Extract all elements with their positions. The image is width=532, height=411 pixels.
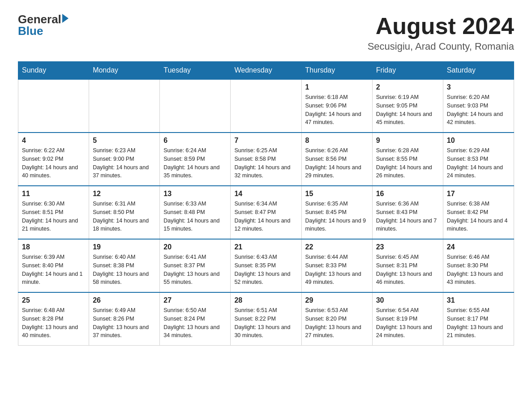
day-detail: Sunrise: 6:46 AMSunset: 8:30 PMDaylight:… [447, 253, 510, 287]
day-number: 24 [447, 243, 510, 251]
page-header: General Blue August 2024 Secusigiu, Arad… [18, 13, 514, 52]
day-detail: Sunrise: 6:55 AMSunset: 8:17 PMDaylight:… [447, 306, 510, 340]
day-detail: Sunrise: 6:29 AMSunset: 8:53 PMDaylight:… [447, 146, 510, 180]
day-number: 16 [376, 190, 439, 198]
col-saturday: Saturday [443, 62, 514, 80]
calendar-cell: 19Sunrise: 6:40 AMSunset: 8:38 PMDayligh… [89, 239, 160, 292]
col-friday: Friday [372, 62, 443, 80]
calendar-cell: 11Sunrise: 6:30 AMSunset: 8:51 PMDayligh… [18, 186, 89, 239]
calendar-week-row: 25Sunrise: 6:48 AMSunset: 8:28 PMDayligh… [18, 292, 514, 346]
day-number: 12 [93, 190, 156, 198]
calendar-week-row: 4Sunrise: 6:22 AMSunset: 9:02 PMDaylight… [18, 133, 514, 186]
calendar-cell: 31Sunrise: 6:55 AMSunset: 8:17 PMDayligh… [443, 292, 514, 346]
calendar-cell: 4Sunrise: 6:22 AMSunset: 9:02 PMDaylight… [18, 133, 89, 186]
calendar-cell: 22Sunrise: 6:44 AMSunset: 8:33 PMDayligh… [301, 239, 372, 292]
day-number: 17 [447, 190, 510, 198]
day-number: 5 [93, 137, 156, 145]
day-number: 6 [163, 137, 227, 145]
calendar-header-row: Sunday Monday Tuesday Wednesday Thursday… [18, 62, 514, 80]
calendar-cell: 2Sunrise: 6:19 AMSunset: 9:05 PMDaylight… [372, 79, 443, 133]
col-monday: Monday [89, 62, 160, 80]
day-detail: Sunrise: 6:35 AMSunset: 8:45 PMDaylight:… [305, 200, 369, 233]
day-number: 30 [376, 296, 439, 304]
col-sunday: Sunday [18, 62, 89, 80]
day-detail: Sunrise: 6:53 AMSunset: 8:20 PMDaylight:… [305, 306, 369, 340]
day-detail: Sunrise: 6:51 AMSunset: 8:22 PMDaylight:… [234, 306, 297, 340]
calendar-cell: 26Sunrise: 6:49 AMSunset: 8:26 PMDayligh… [89, 292, 160, 346]
calendar-week-row: 11Sunrise: 6:30 AMSunset: 8:51 PMDayligh… [18, 186, 514, 239]
day-detail: Sunrise: 6:26 AMSunset: 8:56 PMDaylight:… [305, 146, 369, 180]
day-number: 15 [305, 190, 369, 198]
day-number: 19 [93, 243, 156, 251]
calendar-cell: 1Sunrise: 6:18 AMSunset: 9:06 PMDaylight… [301, 79, 372, 133]
day-number: 25 [22, 296, 85, 304]
day-detail: Sunrise: 6:25 AMSunset: 8:58 PMDaylight:… [234, 146, 297, 180]
day-number: 7 [234, 137, 297, 145]
day-detail: Sunrise: 6:19 AMSunset: 9:05 PMDaylight:… [376, 93, 439, 127]
calendar-cell [231, 79, 301, 133]
calendar-cell: 6Sunrise: 6:24 AMSunset: 8:59 PMDaylight… [160, 133, 231, 186]
calendar-cell [89, 79, 160, 133]
day-number: 29 [305, 296, 369, 304]
logo: General Blue [18, 13, 69, 37]
day-detail: Sunrise: 6:49 AMSunset: 8:26 PMDaylight:… [93, 306, 156, 340]
logo-blue-text: Blue [18, 25, 43, 37]
calendar-cell: 3Sunrise: 6:20 AMSunset: 9:03 PMDaylight… [443, 79, 514, 133]
col-tuesday: Tuesday [160, 62, 231, 80]
day-number: 22 [305, 243, 369, 251]
calendar-cell: 7Sunrise: 6:25 AMSunset: 8:58 PMDaylight… [231, 133, 301, 186]
col-thursday: Thursday [301, 62, 372, 80]
calendar-cell: 15Sunrise: 6:35 AMSunset: 8:45 PMDayligh… [301, 186, 372, 239]
calendar-week-row: 1Sunrise: 6:18 AMSunset: 9:06 PMDaylight… [18, 79, 514, 133]
day-detail: Sunrise: 6:38 AMSunset: 8:42 PMDaylight:… [447, 200, 510, 233]
day-number: 11 [22, 190, 85, 198]
calendar-cell: 16Sunrise: 6:36 AMSunset: 8:43 PMDayligh… [372, 186, 443, 239]
calendar-cell [18, 79, 89, 133]
day-number: 31 [447, 296, 510, 304]
day-number: 26 [93, 296, 156, 304]
day-number: 23 [376, 243, 439, 251]
day-number: 2 [376, 83, 439, 91]
calendar-cell: 28Sunrise: 6:51 AMSunset: 8:22 PMDayligh… [231, 292, 301, 346]
calendar-week-row: 18Sunrise: 6:39 AMSunset: 8:40 PMDayligh… [18, 239, 514, 292]
day-detail: Sunrise: 6:41 AMSunset: 8:37 PMDaylight:… [163, 253, 227, 287]
calendar-cell: 20Sunrise: 6:41 AMSunset: 8:37 PMDayligh… [160, 239, 231, 292]
day-detail: Sunrise: 6:45 AMSunset: 8:31 PMDaylight:… [376, 253, 439, 287]
day-detail: Sunrise: 6:24 AMSunset: 8:59 PMDaylight:… [163, 146, 227, 180]
day-number: 10 [447, 137, 510, 145]
calendar-cell: 25Sunrise: 6:48 AMSunset: 8:28 PMDayligh… [18, 292, 89, 346]
calendar-cell: 14Sunrise: 6:34 AMSunset: 8:47 PMDayligh… [231, 186, 301, 239]
calendar-cell: 8Sunrise: 6:26 AMSunset: 8:56 PMDaylight… [301, 133, 372, 186]
day-detail: Sunrise: 6:39 AMSunset: 8:40 PMDaylight:… [22, 253, 85, 287]
day-number: 14 [234, 190, 297, 198]
day-number: 28 [234, 296, 297, 304]
day-number: 9 [376, 137, 439, 145]
day-number: 27 [163, 296, 227, 304]
title-block: August 2024 Secusigiu, Arad County, Roma… [368, 13, 514, 52]
calendar-cell: 23Sunrise: 6:45 AMSunset: 8:31 PMDayligh… [372, 239, 443, 292]
day-number: 20 [163, 243, 227, 251]
calendar-cell: 29Sunrise: 6:53 AMSunset: 8:20 PMDayligh… [301, 292, 372, 346]
calendar-cell: 9Sunrise: 6:28 AMSunset: 8:55 PMDaylight… [372, 133, 443, 186]
day-detail: Sunrise: 6:50 AMSunset: 8:24 PMDaylight:… [163, 306, 227, 340]
calendar-cell: 21Sunrise: 6:43 AMSunset: 8:35 PMDayligh… [231, 239, 301, 292]
calendar-cell: 5Sunrise: 6:23 AMSunset: 9:00 PMDaylight… [89, 133, 160, 186]
day-detail: Sunrise: 6:33 AMSunset: 8:48 PMDaylight:… [163, 200, 227, 233]
day-detail: Sunrise: 6:43 AMSunset: 8:35 PMDaylight:… [234, 253, 297, 287]
calendar-cell: 27Sunrise: 6:50 AMSunset: 8:24 PMDayligh… [160, 292, 231, 346]
day-number: 3 [447, 83, 510, 91]
calendar-cell: 18Sunrise: 6:39 AMSunset: 8:40 PMDayligh… [18, 239, 89, 292]
calendar-cell: 13Sunrise: 6:33 AMSunset: 8:48 PMDayligh… [160, 186, 231, 239]
day-number: 8 [305, 137, 369, 145]
day-detail: Sunrise: 6:34 AMSunset: 8:47 PMDaylight:… [234, 200, 297, 233]
month-title: August 2024 [368, 13, 514, 39]
day-detail: Sunrise: 6:31 AMSunset: 8:50 PMDaylight:… [93, 200, 156, 233]
day-detail: Sunrise: 6:28 AMSunset: 8:55 PMDaylight:… [376, 146, 439, 180]
day-detail: Sunrise: 6:54 AMSunset: 8:19 PMDaylight:… [376, 306, 439, 340]
calendar-cell: 24Sunrise: 6:46 AMSunset: 8:30 PMDayligh… [443, 239, 514, 292]
day-detail: Sunrise: 6:18 AMSunset: 9:06 PMDaylight:… [305, 93, 369, 127]
calendar-cell: 12Sunrise: 6:31 AMSunset: 8:50 PMDayligh… [89, 186, 160, 239]
day-detail: Sunrise: 6:22 AMSunset: 9:02 PMDaylight:… [22, 146, 85, 180]
logo-arrow-icon [62, 14, 69, 23]
logo-general-text: General [18, 13, 61, 25]
